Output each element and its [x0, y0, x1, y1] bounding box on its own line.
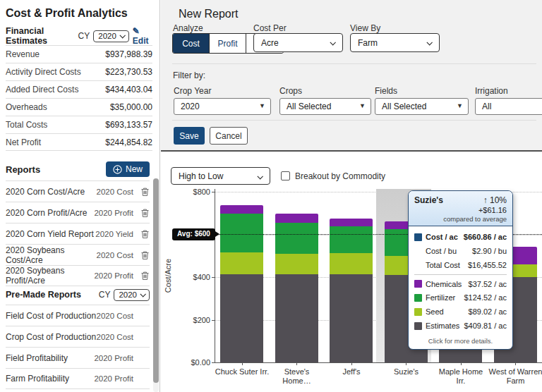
premade-reports-header: Pre-Made Reports CY 2020: [6, 286, 150, 303]
financial-row: Revenue$937,988.39: [6, 45, 152, 63]
tooltip-row: Cost / bu$2.90 / bu: [414, 244, 507, 258]
report-row[interactable]: 2020 Corn Profit/Acre2020 Profit: [6, 202, 150, 223]
chart-panel: High to Low Breakout by Commodity Cost/A…: [161, 153, 542, 392]
report-tag: 2020 Yield: [95, 230, 133, 238]
cancel-button[interactable]: Cancel: [210, 127, 248, 145]
caret-down-icon: ▼: [457, 102, 463, 109]
x-axis-label: West of Warren Farm: [488, 367, 542, 386]
report-row[interactable]: 2020 Soybeans Profit/Acre2020 Profit: [6, 265, 150, 286]
reports-header: Reports New: [6, 159, 150, 179]
irrigation-select[interactable]: All: [475, 98, 542, 115]
tooltip-delta-pct: ↑ 10%: [483, 195, 507, 205]
tooltip-row: Total Cost$16,455.52: [414, 258, 507, 272]
fields-label: Fields: [375, 86, 397, 96]
sort-order-select[interactable]: High to Low: [171, 167, 270, 185]
trash-icon[interactable]: [140, 250, 150, 260]
view-by-select[interactable]: Farm: [350, 33, 440, 52]
tooltip-row-label: Cost / ac: [426, 233, 464, 241]
new-button-label: New: [126, 164, 143, 174]
tooltip-row-value: $2.90 / bu: [472, 247, 507, 255]
save-button[interactable]: Save: [174, 127, 205, 145]
row-value: $35,000.00: [110, 102, 152, 112]
sidebar: Cost & Profit Analytics Financial Estima…: [0, 0, 160, 392]
crop-year-select[interactable]: 2020▼: [174, 98, 271, 115]
premade-report-row[interactable]: Field Cost of Production2020 Cost: [6, 305, 150, 326]
premade-report-row[interactable]: Field Profitability2020 Profit: [6, 347, 150, 368]
cy-label: CY: [78, 31, 90, 41]
bar-segment-seed-2[interactable]: [275, 254, 318, 274]
report-row[interactable]: 2020 Soybeans Cost/Acre2020 Cost: [6, 244, 150, 265]
bar-segment-fertilizer-1[interactable]: [220, 214, 263, 252]
row-label: Activity Direct Costs: [6, 67, 81, 77]
x-axis-label: Maple Home Irr.: [433, 367, 488, 386]
fields-value: All Selected: [382, 102, 426, 111]
view-by-value: Farm: [358, 38, 378, 48]
x-tick-mark: [351, 362, 352, 365]
bar-segment-estimates-3[interactable]: [330, 274, 373, 362]
report-tag: 2020 Cost: [97, 188, 133, 196]
financial-year-select[interactable]: 2020: [93, 30, 129, 42]
chevron-down-icon: [257, 173, 263, 179]
bar-segment-seed-3[interactable]: [330, 253, 373, 274]
report-row[interactable]: 2020 Corn Cost/Acre2020 Cost: [6, 180, 150, 202]
tooltip-row-value: $16,455.52: [468, 261, 507, 269]
cost-per-select[interactable]: Acre: [253, 33, 343, 52]
trash-icon[interactable]: [140, 271, 150, 281]
sidebar-scrollbar-track[interactable]: [153, 178, 159, 392]
breakout-checkbox[interactable]: [281, 171, 290, 180]
trash-icon[interactable]: [140, 208, 150, 218]
fields-select[interactable]: All Selected▼: [375, 98, 469, 115]
filter-by-label: Filter by:: [173, 71, 205, 80]
tooltip-row: Fertilizer$124.52 / ac: [414, 290, 507, 305]
bar-segment-chemicals-1[interactable]: [220, 205, 263, 213]
form-divider: [172, 63, 536, 64]
x-axis-label: Steve's Home…: [270, 367, 325, 386]
trash-icon[interactable]: [140, 229, 150, 239]
premade-year-select[interactable]: 2020: [114, 289, 150, 301]
tooltip-row: Seed$89.02 / ac: [414, 305, 507, 319]
financial-rows: Revenue$937,988.39 Activity Direct Costs…: [6, 45, 152, 151]
row-label: Net Profit: [6, 137, 41, 147]
edit-link[interactable]: ✎ Edit: [133, 26, 154, 46]
tooltip-row-label: Cost / bu: [426, 247, 472, 255]
bar-segment-chemicals-3[interactable]: [330, 219, 373, 226]
tooltip-footer: Click for more details.: [409, 334, 512, 349]
bar-segment-fertilizer-2[interactable]: [275, 223, 318, 254]
report-name: 2020 Soybeans Profit/Acre: [6, 266, 94, 286]
x-tick-mark: [296, 362, 297, 365]
crops-select[interactable]: All Selected▼: [279, 98, 371, 115]
sidebar-scrollbar-thumb[interactable]: [153, 178, 159, 383]
report-name: 2020 Corn Yield Report: [6, 229, 95, 239]
premade-report-row[interactable]: Farm Profitability2020 Profit: [6, 368, 150, 389]
sort-order-value: High to Low: [179, 171, 223, 181]
chevron-down-icon: [140, 291, 145, 297]
analyze-option-cost[interactable]: Cost: [173, 34, 210, 53]
crops-label: Crops: [279, 86, 302, 96]
trash-icon[interactable]: [140, 187, 150, 197]
tooltip-row-value: $124.52 / ac: [464, 293, 507, 302]
tooltip-row-label: Total Cost: [426, 261, 468, 269]
financial-row: Added Direct Costs$434,403.04: [6, 80, 152, 98]
row-value: $434,403.04: [105, 85, 152, 94]
analyze-option-profit[interactable]: Profit: [210, 34, 246, 53]
row-value: $223,730.53: [105, 67, 152, 77]
chevron-down-icon: [119, 32, 125, 38]
bar-segment-seed-1[interactable]: [220, 252, 263, 274]
bar-segment-chemicals-2[interactable]: [275, 214, 318, 223]
tooltip-row-label: Seed: [426, 307, 469, 316]
report-tag: 2020 Cost: [97, 251, 133, 259]
row-value: $937,988.39: [105, 49, 152, 59]
financial-row: Overheads$35,000.00: [6, 98, 152, 116]
caret-down-icon: ▼: [359, 102, 366, 109]
bar-segment-estimates-1[interactable]: [220, 274, 263, 362]
report-row[interactable]: 2020 Corn Yield Report2020 Yield: [6, 223, 150, 244]
page-title: Cost & Profit Analytics: [6, 7, 128, 20]
premade-report-row[interactable]: Crop Cost of Production2020 Cost: [6, 326, 150, 347]
new-report-button[interactable]: New: [106, 161, 150, 177]
report-tag: 2020 Profit: [94, 374, 133, 383]
report-name: 2020 Corn Cost/Acre: [6, 187, 97, 197]
bar-segment-fertilizer-3[interactable]: [330, 226, 373, 253]
report-name: Crop Cost of Production: [6, 332, 97, 342]
bar-segment-estimates-2[interactable]: [275, 274, 318, 362]
financial-row: Activity Direct Costs$223,730.53: [6, 63, 152, 80]
